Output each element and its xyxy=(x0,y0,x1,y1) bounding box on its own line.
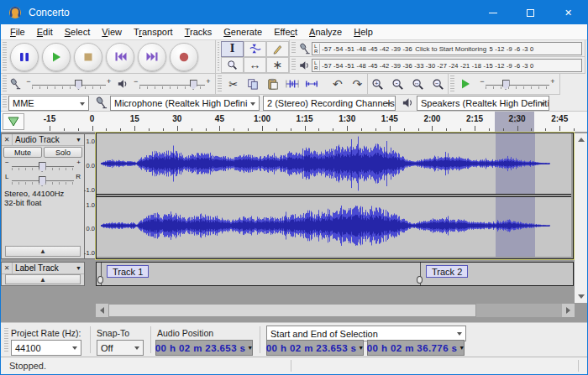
toolbar-grip[interactable] xyxy=(3,42,7,71)
maximize-button[interactable] xyxy=(512,1,549,24)
close-button[interactable]: ✕ xyxy=(549,1,587,24)
undo-button[interactable]: ↶ xyxy=(328,76,346,92)
menu-analyze[interactable]: Analyze xyxy=(303,25,348,39)
trim-audio-button[interactable] xyxy=(283,76,301,92)
toolbar-grip[interactable] xyxy=(218,42,219,71)
toolbar-grip[interactable] xyxy=(291,42,296,55)
track-close-button[interactable]: ✕ xyxy=(2,134,13,145)
record-button[interactable] xyxy=(170,43,198,71)
skip-to-start-button[interactable] xyxy=(106,43,134,71)
gain-slider[interactable]: − + xyxy=(5,159,81,173)
playback-volume-slider[interactable]: − + xyxy=(133,77,212,91)
ruler-tick xyxy=(460,128,461,131)
toolbar-grip[interactable] xyxy=(4,328,8,352)
playback-device-select[interactable]: Speakers (Realtek High Definiti xyxy=(417,96,549,111)
timeshift-tool-button[interactable]: ↔ xyxy=(244,57,266,73)
fit-selection-button[interactable]: ↔ xyxy=(409,76,428,92)
zoom-out-button[interactable]: - xyxy=(389,76,407,92)
playback-meter[interactable]: LR -57 -54 -51 -48 -45 -42 -39 -36 -33 -… xyxy=(312,59,582,72)
cut-button[interactable]: ✂ xyxy=(224,76,242,92)
pan-slider[interactable]: L R xyxy=(5,173,81,187)
playback-speed-slider[interactable]: − + xyxy=(479,77,556,91)
snap-to-select[interactable]: Off xyxy=(97,340,144,356)
label-knob[interactable] xyxy=(417,276,423,284)
toolbar-grip[interactable] xyxy=(450,76,454,92)
toolbar-grip[interactable] xyxy=(3,96,7,109)
copy-button[interactable] xyxy=(244,76,261,92)
solo-button[interactable]: Solo xyxy=(44,147,82,158)
selection-end-display[interactable]: 00 h 02 m 36.776 s▼ xyxy=(367,340,465,356)
track-collapse-button[interactable]: ▲ xyxy=(5,246,81,257)
timeline-ruler[interactable]: ↔ -1501530451:001:151:301:452:002:152:30… xyxy=(1,112,587,133)
recording-channels-select[interactable]: 2 (Stereo) Recording Channels xyxy=(263,96,396,111)
project-rate-select[interactable]: 44100 xyxy=(11,340,81,356)
scroll-down-button[interactable] xyxy=(575,290,588,303)
menu-transport[interactable]: Transport xyxy=(128,25,179,39)
menu-select[interactable]: Select xyxy=(59,25,97,39)
label-track-menu-button[interactable]: Label Track ▼ xyxy=(13,263,84,273)
toolbar-grip[interactable] xyxy=(291,59,296,71)
toolbar-grip[interactable] xyxy=(3,76,7,92)
scroll-up-button[interactable] xyxy=(575,133,588,146)
arrow-up-icon xyxy=(578,138,585,142)
selection-tool-button[interactable]: I xyxy=(221,41,244,57)
vertical-scrollbar[interactable] xyxy=(575,133,588,303)
menu-help[interactable]: Help xyxy=(348,25,379,39)
mute-button[interactable]: Mute xyxy=(3,147,42,158)
recording-device-select[interactable]: Microphone (Realtek High Defini xyxy=(110,96,260,111)
microphone-icon xyxy=(95,96,108,109)
silence-audio-button[interactable] xyxy=(303,76,321,92)
quick-play-button[interactable] xyxy=(3,113,24,130)
selection-start-value: 00 h 02 m 23.653 s xyxy=(266,343,357,353)
stop-button[interactable] xyxy=(74,43,102,71)
label-track-collapse-button[interactable]: ▲ xyxy=(5,274,81,284)
audio-position-display[interactable]: 00 h 02 m 23.653 s▼ xyxy=(155,340,253,356)
zoom-in-button[interactable]: + xyxy=(369,76,387,92)
scroll-right-button[interactable] xyxy=(562,304,575,317)
pan-right-label: R xyxy=(76,173,81,180)
menu-effect[interactable]: Effect xyxy=(268,25,303,39)
toolbar-grip[interactable] xyxy=(218,76,222,92)
zoom-toolbar: + - ↔ ⇔ xyxy=(368,74,449,95)
menu-edit[interactable]: Edit xyxy=(31,25,59,39)
waveform-canvas[interactable] xyxy=(97,133,571,257)
gain-thumb[interactable] xyxy=(39,162,46,172)
fit-project-button[interactable]: ⇔ xyxy=(428,76,447,92)
draw-tool-button[interactable] xyxy=(266,41,289,57)
menu-file[interactable]: File xyxy=(4,25,31,39)
speaker-icon xyxy=(402,96,414,109)
plus-label: + xyxy=(205,77,212,86)
track-close-button[interactable]: ✕ xyxy=(2,263,13,273)
multi-tool-button[interactable]: ∗ xyxy=(266,57,289,73)
menu-view[interactable]: View xyxy=(96,25,128,39)
label-knob[interactable] xyxy=(97,276,103,284)
zoom-tool-button[interactable] xyxy=(221,57,244,73)
audio-host-select[interactable]: MME xyxy=(8,96,89,111)
vertical-scale-ruler[interactable]: 1.0 0.0 -1.0 1.0 0.0 -1.0 xyxy=(85,133,96,259)
redo-button[interactable]: ↷ xyxy=(349,76,366,92)
label-text-box[interactable]: Track 2 xyxy=(426,265,468,278)
ruler-time-label: 1:15 xyxy=(297,114,313,123)
recording-meter[interactable]: LR -57 -54 -51 -48 -45 -42 -39 -36 -33 -… xyxy=(312,42,582,55)
paste-icon xyxy=(267,78,279,90)
recording-volume-slider[interactable]: − + xyxy=(25,77,113,91)
skip-to-end-button[interactable] xyxy=(138,43,166,71)
horizontal-scrollbar[interactable] xyxy=(96,304,575,317)
horizontal-scroll-thumb[interactable] xyxy=(108,304,476,317)
pause-button[interactable] xyxy=(10,43,39,71)
scroll-left-button[interactable] xyxy=(96,304,108,317)
paste-button[interactable] xyxy=(264,76,281,92)
track-menu-button[interactable]: Audio Track ▼ xyxy=(13,135,84,144)
slider-track xyxy=(486,85,549,86)
menu-generate[interactable]: Generate xyxy=(218,25,268,39)
label-track-strip[interactable]: Track 1 Track 2 xyxy=(96,262,574,286)
play-button[interactable] xyxy=(42,43,71,71)
label-text-box[interactable]: Track 1 xyxy=(107,265,149,278)
minimize-button[interactable] xyxy=(474,1,512,24)
menu-tracks[interactable]: Tracks xyxy=(179,25,218,39)
selection-start-display[interactable]: 00 h 02 m 23.653 s▼ xyxy=(266,340,364,356)
ruler-tick xyxy=(262,126,263,131)
pan-thumb[interactable] xyxy=(39,176,46,186)
envelope-tool-button[interactable] xyxy=(244,41,266,57)
play-at-speed-button[interactable] xyxy=(457,76,475,92)
